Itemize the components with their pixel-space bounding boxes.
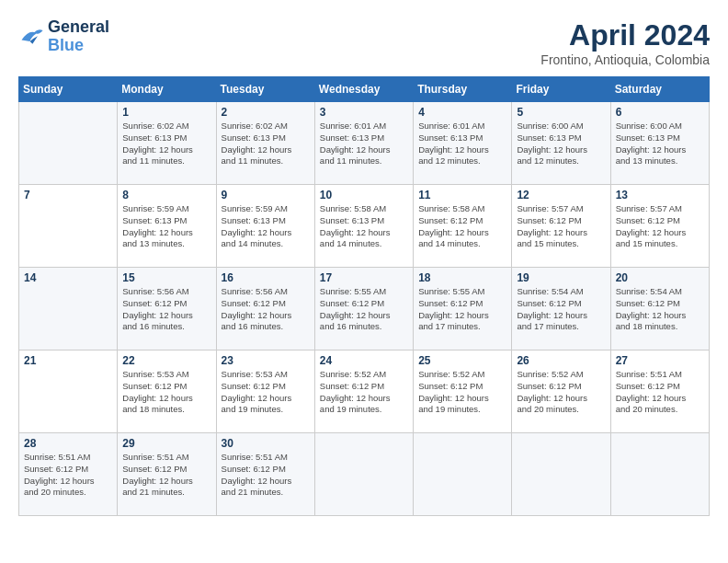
day-info: Sunrise: 5:57 AM Sunset: 6:12 PM Dayligh… (517, 203, 605, 250)
calendar-day: 20Sunrise: 5:54 AM Sunset: 6:12 PM Dayli… (610, 268, 709, 350)
day-number: 3 (320, 106, 408, 119)
day-info: Sunrise: 5:58 AM Sunset: 6:12 PM Dayligh… (418, 203, 506, 250)
calendar-day: 2Sunrise: 6:02 AM Sunset: 6:13 PM Daylig… (216, 102, 314, 185)
day-number: 13 (616, 189, 704, 201)
calendar-day: 15Sunrise: 5:56 AM Sunset: 6:12 PM Dayli… (118, 268, 216, 350)
day-info: Sunrise: 5:56 AM Sunset: 6:12 PM Dayligh… (122, 286, 210, 333)
day-number: 15 (122, 271, 210, 284)
day-info: Sunrise: 5:51 AM Sunset: 6:12 PM Dayligh… (24, 452, 112, 499)
day-number: 27 (616, 354, 704, 367)
calendar-day: 9Sunrise: 5:59 AM Sunset: 6:13 PM Daylig… (216, 185, 314, 268)
calendar-day: 24Sunrise: 5:52 AM Sunset: 6:12 PM Dayli… (314, 350, 413, 433)
day-info: Sunrise: 5:52 AM Sunset: 6:12 PM Dayligh… (320, 369, 408, 416)
calendar-week: 78Sunrise: 5:59 AM Sunset: 6:13 PM Dayli… (19, 185, 710, 268)
day-info: Sunrise: 5:54 AM Sunset: 6:12 PM Dayligh… (616, 286, 704, 333)
day-number: 29 (122, 437, 210, 450)
calendar-day: 19Sunrise: 5:54 AM Sunset: 6:12 PM Dayli… (512, 268, 610, 350)
day-info: Sunrise: 6:02 AM Sunset: 6:13 PM Dayligh… (122, 121, 210, 167)
day-info: Sunrise: 5:56 AM Sunset: 6:12 PM Dayligh… (222, 286, 310, 333)
logo-text-line2: Blue (48, 37, 109, 55)
logo: General Blue (18, 18, 109, 55)
day-info: Sunrise: 6:00 AM Sunset: 6:13 PM Dayligh… (517, 121, 605, 167)
calendar-day (314, 433, 413, 516)
weekday-header: Saturday (610, 77, 709, 102)
calendar-day: 10Sunrise: 5:58 AM Sunset: 6:13 PM Dayli… (314, 185, 413, 268)
day-info: Sunrise: 5:58 AM Sunset: 6:13 PM Dayligh… (320, 203, 408, 250)
day-number: 24 (320, 354, 408, 367)
weekday-header: Monday (118, 77, 216, 102)
title-block: April 2024 Frontino, Antioquia, Colombia (540, 18, 710, 67)
day-number: 11 (418, 189, 506, 201)
day-number: 30 (222, 437, 310, 450)
weekday-header: Sunday (19, 77, 118, 102)
day-number: 4 (418, 106, 506, 119)
calendar-day: 22Sunrise: 5:53 AM Sunset: 6:12 PM Dayli… (118, 350, 216, 433)
weekday-header: Friday (512, 77, 610, 102)
day-number: 22 (122, 354, 210, 367)
calendar-day: 26Sunrise: 5:52 AM Sunset: 6:12 PM Dayli… (512, 350, 610, 433)
calendar-day: 28Sunrise: 5:51 AM Sunset: 6:12 PM Dayli… (19, 433, 118, 516)
calendar-day: 29Sunrise: 5:51 AM Sunset: 6:12 PM Dayli… (118, 433, 216, 516)
day-info: Sunrise: 5:52 AM Sunset: 6:12 PM Dayligh… (418, 369, 506, 416)
weekday-header: Thursday (414, 77, 512, 102)
calendar-day: 25Sunrise: 5:52 AM Sunset: 6:12 PM Dayli… (414, 350, 512, 433)
calendar-day: 3Sunrise: 6:01 AM Sunset: 6:13 PM Daylig… (314, 102, 413, 185)
calendar-day: 23Sunrise: 5:53 AM Sunset: 6:12 PM Dayli… (216, 350, 314, 433)
day-info: Sunrise: 6:01 AM Sunset: 6:13 PM Dayligh… (418, 121, 506, 167)
day-number: 12 (517, 189, 605, 201)
day-info: Sunrise: 5:54 AM Sunset: 6:12 PM Dayligh… (517, 286, 605, 333)
calendar-day (414, 433, 512, 516)
calendar-week: 2122Sunrise: 5:53 AM Sunset: 6:12 PM Day… (19, 350, 710, 433)
calendar-day: 5Sunrise: 6:00 AM Sunset: 6:13 PM Daylig… (512, 102, 610, 185)
calendar-day: 21 (19, 350, 118, 433)
day-number: 18 (418, 271, 506, 284)
calendar-day: 8Sunrise: 5:59 AM Sunset: 6:13 PM Daylig… (118, 185, 216, 268)
day-number: 23 (222, 354, 310, 367)
calendar-day: 17Sunrise: 5:55 AM Sunset: 6:12 PM Dayli… (314, 268, 413, 350)
day-info: Sunrise: 5:53 AM Sunset: 6:12 PM Dayligh… (222, 369, 310, 416)
day-info: Sunrise: 5:57 AM Sunset: 6:12 PM Dayligh… (616, 203, 704, 250)
day-number: 14 (24, 271, 112, 284)
month-title: April 2024 (540, 18, 710, 52)
weekday-header: Wednesday (314, 77, 413, 102)
calendar-day: 16Sunrise: 5:56 AM Sunset: 6:12 PM Dayli… (216, 268, 314, 350)
location: Frontino, Antioquia, Colombia (540, 52, 710, 67)
calendar-day: 27Sunrise: 5:51 AM Sunset: 6:12 PM Dayli… (610, 350, 709, 433)
day-number: 20 (616, 271, 704, 284)
day-info: Sunrise: 5:51 AM Sunset: 6:12 PM Dayligh… (222, 452, 310, 499)
day-info: Sunrise: 5:51 AM Sunset: 6:12 PM Dayligh… (122, 452, 210, 499)
day-info: Sunrise: 6:00 AM Sunset: 6:13 PM Dayligh… (616, 121, 704, 167)
calendar-day: 12Sunrise: 5:57 AM Sunset: 6:12 PM Dayli… (512, 185, 610, 268)
calendar-header: SundayMondayTuesdayWednesdayThursdayFrid… (19, 77, 710, 102)
page-header: General Blue April 2024 Frontino, Antioq… (18, 18, 710, 67)
calendar-day (19, 102, 118, 185)
logo-icon (18, 27, 44, 47)
day-info: Sunrise: 6:01 AM Sunset: 6:13 PM Dayligh… (320, 121, 408, 167)
calendar-day: 4Sunrise: 6:01 AM Sunset: 6:13 PM Daylig… (414, 102, 512, 185)
calendar-week: 1Sunrise: 6:02 AM Sunset: 6:13 PM Daylig… (19, 102, 710, 185)
day-info: Sunrise: 5:51 AM Sunset: 6:12 PM Dayligh… (616, 369, 704, 416)
day-info: Sunrise: 6:02 AM Sunset: 6:13 PM Dayligh… (222, 121, 310, 167)
calendar-day: 13Sunrise: 5:57 AM Sunset: 6:12 PM Dayli… (610, 185, 709, 268)
day-info: Sunrise: 5:52 AM Sunset: 6:12 PM Dayligh… (517, 369, 605, 416)
calendar-day: 14 (19, 268, 118, 350)
day-number: 10 (320, 189, 408, 201)
calendar-day: 6Sunrise: 6:00 AM Sunset: 6:13 PM Daylig… (610, 102, 709, 185)
calendar-week: 1415Sunrise: 5:56 AM Sunset: 6:12 PM Day… (19, 268, 710, 350)
day-number: 16 (222, 271, 310, 284)
day-number: 21 (24, 354, 112, 367)
logo-text-line1: General (48, 18, 109, 37)
day-number: 1 (122, 106, 210, 119)
calendar-day: 18Sunrise: 5:55 AM Sunset: 6:12 PM Dayli… (414, 268, 512, 350)
day-number: 25 (418, 354, 506, 367)
calendar-day: 7 (19, 185, 118, 268)
day-info: Sunrise: 5:53 AM Sunset: 6:12 PM Dayligh… (122, 369, 210, 416)
weekday-header: Tuesday (216, 77, 314, 102)
calendar-day (610, 433, 709, 516)
calendar-table: SundayMondayTuesdayWednesdayThursdayFrid… (18, 76, 710, 516)
calendar-week: 28Sunrise: 5:51 AM Sunset: 6:12 PM Dayli… (19, 433, 710, 516)
day-number: 17 (320, 271, 408, 284)
day-info: Sunrise: 5:59 AM Sunset: 6:13 PM Dayligh… (122, 203, 210, 250)
calendar-body: 1Sunrise: 6:02 AM Sunset: 6:13 PM Daylig… (19, 102, 710, 516)
calendar-day: 11Sunrise: 5:58 AM Sunset: 6:12 PM Dayli… (414, 185, 512, 268)
